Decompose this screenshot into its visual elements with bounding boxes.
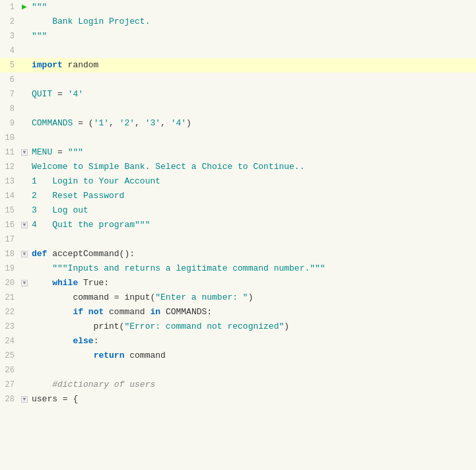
line-number: 28 [0,392,20,407]
token-str: """Inputs and returns a legitimate comma… [32,263,325,273]
line-content: 3 Log out [29,203,476,218]
code-line-26: 26 [0,363,476,378]
line-content: Welcome to Simple Bank. Select a Choice … [29,160,476,174]
line-number: 8 [0,102,20,116]
code-line-14: 142 Reset Password [0,189,476,203]
code-line-20: 20▼ while True: [0,276,476,290]
code-line-18: 18▼def acceptCommand(): [0,247,476,261]
token-str: 1 Login to Your Account [32,176,160,186]
code-line-19: 19 """Inputs and returns a legitimate co… [0,261,476,276]
line-number: 7 [0,87,20,102]
code-line-4: 4 [0,44,476,58]
line-number: 24 [0,334,20,349]
token-plain: ) [248,292,254,302]
line-number: 6 [0,73,20,87]
line-content: return command [29,349,476,363]
line-content: while True: [29,276,476,290]
token-plain: = ( [73,118,93,128]
token-plain: random [63,60,99,70]
line-content: if not command in COMMANDS: [29,305,476,319]
token-comment-line: #dictionary of users [32,380,155,389]
token-str: """ [32,31,47,41]
token-kw: return [94,351,125,360]
line-content [29,102,476,116]
code-line-22: 22 if not command in COMMANDS: [0,305,476,319]
line-content: COMMANDS = ('1', '2', '3', '4') [29,116,476,131]
token-const-var: MENU [32,147,52,157]
code-line-25: 25 return command [0,349,476,363]
token-const-var: COMMANDS [32,118,73,128]
code-line-23: 23 print("Error: command not recognized"… [0,319,476,334]
token-str: '4' [68,89,83,99]
line-content [29,363,476,378]
token-str: """ [32,2,47,12]
token-kw: import [32,60,63,70]
line-number: 5 [0,58,20,73]
token-kw: def [32,249,47,259]
line-content: Bank Login Project. [29,15,476,29]
token-plain: print( [32,321,124,331]
line-number: 27 [0,378,20,392]
token-plain: : [94,336,99,346]
fold-icon[interactable]: ▼ [21,396,28,403]
code-line-6: 6 [0,73,476,87]
line-content [29,232,476,247]
fold-icon[interactable]: ▼ [21,222,28,228]
token-kw: in [150,307,160,317]
token-plain: users = { [32,394,78,404]
code-line-7: 7QUIT = '4' [0,87,476,102]
token-str: "Enter a number: " [155,292,248,302]
code-editor: 1▶"""2 Bank Login Project.3"""4 5import … [0,0,476,470]
line-number: 15 [0,203,20,218]
line-number: 21 [0,290,20,305]
token-str: '3' [145,118,160,128]
line-content: def acceptCommand(): [29,247,476,261]
token-const-var: QUIT [32,89,52,99]
code-line-15: 153 Log out [0,203,476,218]
token-plain [83,307,88,317]
code-line-16: 16▼4 Quit the program""" [0,218,476,232]
token-kw: if [73,307,83,317]
token-plain: = [52,147,67,157]
token-plain: ) [186,118,191,128]
token-str: 3 Log out [32,205,88,215]
fold-gutter[interactable]: ▼ [20,396,29,403]
fold-gutter[interactable]: ▼ [20,222,29,228]
token-plain: COMMANDS: [160,307,212,317]
line-content [29,44,476,58]
token-plain [32,307,73,317]
token-str: Bank Login Project. [32,17,150,26]
fold-gutter[interactable]: ▼ [20,280,29,286]
line-number: 4 [0,44,20,58]
token-kw: not [88,307,104,317]
token-str: Welcome to Simple Bank. Select a Choice … [32,162,304,172]
token-plain: , [135,118,145,128]
line-content: #dictionary of users [29,378,476,392]
token-plain: command [124,351,165,360]
line-number: 12 [0,160,20,174]
line-number: 25 [0,349,20,363]
run-icon[interactable]: ▶ [22,0,27,15]
code-line-1: 1▶""" [0,0,476,15]
line-content: 2 Reset Password [29,189,476,203]
fold-icon[interactable]: ▼ [21,280,28,286]
code-line-24: 24 else: [0,334,476,349]
line-content [29,131,476,145]
token-plain: command = input( [32,292,155,302]
fold-gutter[interactable]: ▼ [20,149,29,156]
token-str: "Error: command not recognized" [124,321,284,331]
code-line-9: 9COMMANDS = ('1', '2', '3', '4') [0,116,476,131]
token-plain: acceptCommand(): [47,249,135,259]
token-plain: = [52,89,67,99]
token-plain [32,278,52,288]
line-number: 11 [0,145,20,160]
fold-gutter[interactable]: ▼ [20,251,29,257]
fold-icon[interactable]: ▼ [21,149,28,156]
fold-gutter[interactable]: ▶ [20,0,29,15]
line-number: 19 [0,261,20,276]
line-number: 22 [0,305,20,319]
token-plain: , [109,118,119,128]
fold-icon[interactable]: ▼ [21,251,28,257]
token-plain: ) [284,321,289,331]
code-line-27: 27 #dictionary of users [0,378,476,392]
